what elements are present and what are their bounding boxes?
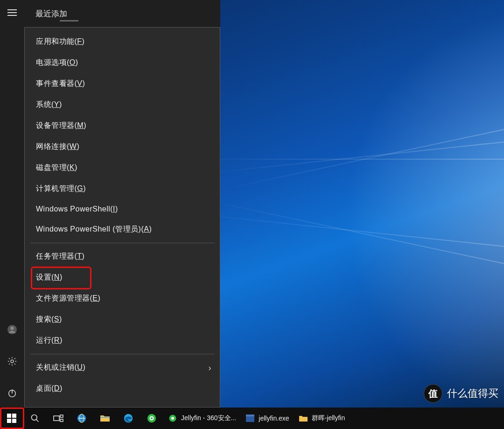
watermark-text: 什么值得买 — [447, 387, 498, 401]
winx-item-label: 关机或注销(U) — [36, 363, 85, 373]
svg-rect-10 — [60, 415, 63, 417]
taskbar-item-label: 群晖-jellyfin — [312, 414, 345, 422]
svg-point-2 — [11, 360, 14, 363]
start-header: 最近添加 — [24, 0, 220, 27]
svg-rect-7 — [12, 419, 16, 423]
user-icon[interactable] — [0, 320, 24, 339]
winx-context-menu: 应用和功能(F)电源选项(O)事件查看器(V)系统(Y)设备管理器(M)网络连接… — [24, 27, 220, 408]
winx-item-label: 搜索(S) — [36, 315, 62, 324]
svg-point-1 — [10, 327, 14, 330]
winx-item-label: 设置(N) — [36, 273, 63, 282]
svg-point-20 — [171, 417, 174, 420]
winx-item-label: 系统(Y) — [36, 100, 62, 110]
svg-point-8 — [32, 415, 37, 421]
winx-item[interactable]: Windows PowerShell(I) — [25, 199, 220, 219]
winx-item[interactable]: Windows PowerShell (管理员)(A) — [25, 219, 220, 240]
taskbar-item-jellyfin-exe[interactable]: jellyfin.exe — [241, 408, 294, 429]
winx-item-label: 应用和功能(F) — [36, 37, 84, 47]
winx-item[interactable]: 关机或注销(U)› — [25, 357, 220, 378]
start-header-label: 最近添加 — [35, 8, 67, 19]
menu-separator — [30, 354, 214, 354]
taskbar: Jellyfin - 360安全... jellyfin.exe 群晖-jell… — [0, 408, 504, 429]
winx-item[interactable]: 磁盘管理(K) — [25, 157, 220, 178]
winx-item[interactable]: 任务管理器(T) — [25, 246, 220, 267]
svg-rect-11 — [60, 419, 63, 422]
winx-item-label: Windows PowerShell (管理员)(A) — [36, 225, 152, 234]
winx-item[interactable]: 系统(Y) — [25, 94, 220, 115]
winx-item[interactable]: 应用和功能(F) — [25, 31, 220, 52]
winx-item[interactable]: 运行(R) — [25, 330, 220, 351]
winx-item[interactable]: 事件查看器(V) — [25, 73, 220, 94]
svg-rect-6 — [7, 419, 11, 423]
power-icon[interactable] — [0, 383, 24, 403]
exe-window-icon — [245, 414, 255, 423]
watermark: 值 什么值得买 — [424, 384, 498, 403]
winx-item-label: 事件查看器(V) — [36, 79, 85, 89]
winx-item-label: 文件资源管理器(E) — [36, 294, 100, 303]
svg-point-18 — [151, 417, 153, 419]
taskbar-item-qunhui-folder[interactable]: 群晖-jellyfin — [294, 408, 350, 429]
browser-360-icon — [168, 414, 177, 423]
taskbar-item-jellyfin-browser[interactable]: Jellyfin - 360安全... — [163, 408, 241, 429]
winx-item-label: 设备管理器(M) — [36, 121, 86, 131]
taskbar-ie-icon[interactable] — [70, 408, 93, 429]
winx-item[interactable]: 设备管理器(M) — [25, 115, 220, 136]
settings-gear-icon[interactable] — [0, 352, 24, 371]
winx-item-label: 任务管理器(T) — [36, 252, 84, 261]
winx-item-label: 磁盘管理(K) — [36, 163, 77, 173]
winx-item-label: 运行(R) — [36, 336, 63, 345]
svg-rect-4 — [7, 414, 11, 418]
folder-icon — [299, 414, 308, 423]
hamburger-icon[interactable] — [0, 3, 24, 22]
taskbar-edge-icon[interactable] — [117, 408, 140, 429]
winx-item-label: 计算机管理(G) — [36, 184, 86, 194]
winx-item[interactable]: 文件资源管理器(E) — [25, 288, 220, 309]
winx-item[interactable]: 设置(N) — [25, 267, 220, 288]
start-left-rail — [0, 0, 24, 408]
winx-item-label: Windows PowerShell(I) — [36, 205, 118, 213]
svg-rect-9 — [54, 416, 59, 421]
winx-item[interactable]: 电源选项(O) — [25, 52, 220, 73]
start-button[interactable] — [0, 408, 23, 429]
svg-rect-5 — [12, 414, 16, 418]
search-icon[interactable] — [23, 408, 47, 429]
taskbar-item-label: Jellyfin - 360安全... — [181, 414, 236, 422]
winx-item-label: 网络连接(W) — [36, 142, 79, 152]
winx-item[interactable]: 桌面(D) — [25, 378, 220, 399]
winx-item[interactable]: 网络连接(W) — [25, 136, 220, 157]
svg-rect-22 — [246, 415, 254, 416]
taskbar-item-label: jellyfin.exe — [259, 415, 289, 422]
chevron-right-icon: › — [209, 363, 212, 373]
svg-rect-14 — [100, 417, 110, 418]
taskbar-explorer-icon[interactable] — [93, 408, 117, 429]
menu-separator — [30, 243, 214, 243]
winx-item[interactable]: 搜索(S) — [25, 309, 220, 330]
taskbar-360safe-icon[interactable] — [140, 408, 163, 429]
winx-item[interactable]: 计算机管理(G) — [25, 178, 220, 199]
winx-item-label: 电源选项(O) — [36, 58, 78, 68]
task-view-icon[interactable] — [47, 408, 70, 429]
winx-item-label: 桌面(D) — [36, 384, 63, 394]
watermark-badge-icon: 值 — [424, 384, 442, 403]
